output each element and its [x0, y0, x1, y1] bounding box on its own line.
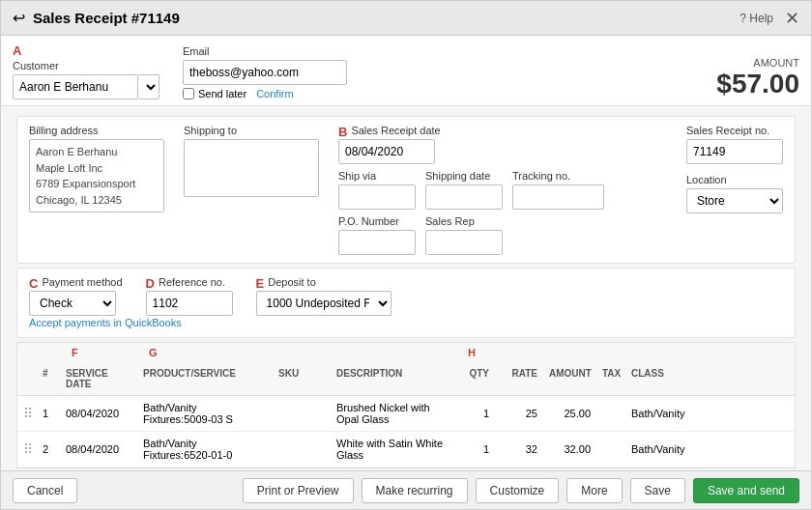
back-icon[interactable]: ↩ — [13, 9, 25, 27]
row1-product[interactable]: Bath/Vanity Fixtures:5009-03 S — [137, 400, 273, 427]
th-num: # — [37, 366, 60, 391]
reference-no-input[interactable] — [146, 291, 233, 316]
ship-via-input[interactable] — [338, 184, 416, 210]
deposit-to-select[interactable]: 1000 Undeposited Fu... — [256, 291, 392, 316]
annotation-d: D — [146, 276, 155, 291]
row1-description: Brushed Nickel with Opal Glass — [331, 400, 456, 427]
tracking-no-input[interactable] — [512, 184, 604, 210]
th-drag — [17, 366, 37, 391]
header-left: ↩ Sales Receipt #71149 — [13, 9, 180, 27]
row2-product[interactable]: Bath/Vanity Fixtures:6520-01-0 — [137, 436, 273, 463]
date-row-2: Ship via Shipping date Tracking no. — [338, 170, 604, 210]
receipt-date-input[interactable] — [338, 139, 435, 164]
shipping-date-input[interactable] — [425, 184, 503, 210]
th-service-date: SERVICE DATE — [60, 366, 137, 391]
drag-handle-2[interactable]: ⠿ — [17, 439, 37, 459]
th-amount: AMOUNT — [543, 366, 596, 391]
sales-rep-group: Sales Rep — [425, 215, 503, 255]
annotation-g: G — [143, 345, 278, 360]
billing-line-4: Chicago, IL 12345 — [36, 192, 158, 209]
annotation-a: A — [13, 43, 160, 58]
billing-address-label: Billing address — [29, 125, 164, 136]
help-button[interactable]: ? Help — [740, 12, 773, 25]
location-group: Location Store Online Warehouse — [686, 174, 783, 213]
po-number-group: P.O. Number — [338, 215, 416, 255]
modal-footer: Cancel Print or Preview Make recurring C… — [1, 470, 811, 509]
shipping-to-box — [184, 139, 319, 197]
th-sku: SKU — [273, 366, 331, 391]
deposit-to-group: E Deposit to 1000 Undeposited Fu... — [256, 276, 392, 316]
email-input[interactable] — [183, 60, 347, 85]
deposit-to-label: Deposit to — [268, 276, 316, 288]
po-number-input[interactable] — [338, 230, 416, 255]
sales-receipt-modal: ↩ Sales Receipt #71149 ? Help ✕ A Custom… — [0, 0, 812, 510]
po-number-label: P.O. Number — [338, 215, 416, 227]
customize-button[interactable]: Customize — [476, 478, 560, 503]
save-send-button[interactable]: Save and send — [693, 478, 799, 503]
ann-f-spacer — [43, 345, 66, 360]
customer-input[interactable] — [13, 74, 138, 99]
email-label: Email — [183, 45, 347, 57]
payment-section: C Payment method Check Cash Credit Card … — [16, 268, 796, 338]
tracking-no-label: Tracking no. — [512, 170, 604, 182]
reference-no-group: D Reference no. — [146, 276, 233, 316]
ship-via-group: Ship via — [338, 170, 416, 210]
footer-right: Print or Preview Make recurring Customiz… — [243, 478, 799, 503]
modal-title: Sales Receipt #71149 — [33, 10, 180, 26]
th-tax: TAX — [596, 366, 625, 391]
row1-tax — [596, 411, 625, 415]
shipping-to-label: Shipping to — [184, 125, 319, 136]
sales-rep-input[interactable] — [425, 230, 503, 255]
payment-method-select[interactable]: Check Cash Credit Card — [29, 291, 116, 316]
accept-payments-row: Accept payments in QuickBooks — [29, 316, 783, 329]
annotation-c: C — [29, 276, 38, 291]
receipt-no-group: Sales Receipt no. — [686, 125, 783, 164]
row1-amount: 25.00 — [543, 406, 596, 421]
th-qty: QTY — [456, 366, 495, 391]
annotation-b: B — [338, 125, 347, 139]
row1-qty: 1 — [456, 406, 495, 421]
row2-amount: 32.00 — [543, 441, 596, 457]
table-header: # SERVICE DATE PRODUCT/SERVICE SKU DESCR… — [17, 362, 795, 396]
tracking-no-group: Tracking no. — [512, 170, 604, 210]
location-dropdown[interactable]: Store Online Warehouse — [686, 188, 783, 213]
ship-via-label: Ship via — [338, 170, 416, 182]
location-label: Location — [686, 174, 783, 185]
payment-method-label: Payment method — [42, 276, 122, 288]
close-button[interactable]: ✕ — [785, 10, 799, 27]
row2-sku — [273, 447, 331, 451]
customer-dropdown[interactable]: ▼ — [138, 74, 160, 99]
receipt-no-input[interactable] — [686, 139, 783, 164]
row1-service-date[interactable]: 08/04/2020 — [60, 406, 137, 421]
annotation-h: H — [462, 345, 501, 360]
drag-handle-1[interactable]: ⠿ — [17, 404, 37, 423]
row2-num: 2 — [37, 441, 60, 457]
sales-rep-label: Sales Rep — [425, 215, 503, 227]
cancel-button[interactable]: Cancel — [13, 478, 77, 503]
send-label-row: Send later Confirm — [183, 88, 347, 99]
accept-payments-link[interactable]: Accept payments in QuickBooks — [29, 317, 182, 328]
customer-section: A Customer ▼ Email Send later Confirm AM… — [1, 36, 811, 106]
make-recurring-button[interactable]: Make recurring — [362, 478, 468, 503]
send-later-checkbox[interactable] — [183, 88, 194, 99]
modal-header: ↩ Sales Receipt #71149 ? Help ✕ — [1, 1, 811, 36]
row2-service-date[interactable]: 08/04/2020 — [60, 441, 137, 457]
billing-line-2: Maple Loft Inc — [36, 160, 158, 177]
date-fields: B Sales Receipt date Ship via — [338, 125, 604, 255]
header-right: ? Help ✕ — [740, 10, 799, 27]
confirm-link[interactable]: Confirm — [256, 88, 294, 99]
row2-description: White with Satin White Glass — [331, 436, 456, 463]
shipping-to-group: Shipping to — [184, 125, 319, 255]
payment-row: C Payment method Check Cash Credit Card … — [29, 276, 783, 316]
th-product-service: PRODUCT/SERVICE — [137, 366, 273, 391]
row1-sku — [273, 411, 331, 415]
row2-rate: 32 — [495, 441, 543, 457]
billing-line-3: 6789 Expansionsport — [36, 176, 158, 192]
more-button[interactable]: More — [566, 478, 622, 503]
print-preview-button[interactable]: Print or Preview — [243, 478, 354, 503]
save-button[interactable]: Save — [630, 478, 685, 503]
receipt-date-group: B Sales Receipt date — [338, 125, 441, 164]
send-later-label: Send later — [198, 88, 246, 99]
table-row: ⠿ 1 08/04/2020 Bath/Vanity Fixtures:5009… — [17, 396, 795, 432]
amount-label: AMOUNT — [753, 57, 799, 69]
